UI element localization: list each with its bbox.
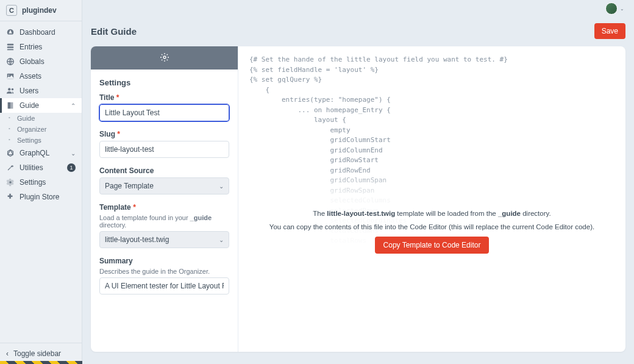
chevron-up-icon: ⌃ (71, 102, 76, 109)
sidebar-nav: Dashboard Entries Globals Assets Users G… (0, 21, 82, 343)
settings-icon (6, 178, 15, 187)
nav-label: Globals (20, 57, 45, 66)
assets-icon (6, 72, 15, 80)
template-help: Load a template found in your _guide dir… (99, 214, 229, 229)
editor-panel: {# Set the hande of the little layout fi… (238, 46, 625, 352)
nav-label: Settings (20, 178, 46, 187)
nav-guide-sub-guide[interactable]: Guide (0, 113, 82, 124)
settings-form: Settings Title * Slug * Content Source P… (91, 70, 238, 312)
utilities-badge: 1 (67, 163, 76, 172)
nav-guide[interactable]: Guide ⌃ (0, 98, 82, 113)
svg-point-5 (9, 74, 10, 76)
content-source-value: Page Template (105, 182, 154, 190)
nav-label: Assets (20, 72, 41, 80)
nav-label: Users (20, 87, 38, 95)
user-avatar[interactable] (605, 2, 618, 15)
summary-input[interactable] (99, 277, 229, 294)
summary-help: Describes the guide in the Organizer. (99, 268, 229, 275)
main-area: Edit Guide Save Settings Title * Slug * (82, 17, 634, 364)
guide-icon (6, 101, 15, 110)
top-header: ⌄ (82, 0, 634, 17)
content-source-label: Content Source (99, 166, 229, 175)
field-title: Title * (99, 93, 229, 121)
nav-guide-sub-settings[interactable]: Settings (0, 135, 82, 146)
nav-entries[interactable]: Entries (0, 40, 82, 54)
content-card: Settings Title * Slug * Content Source P… (91, 46, 625, 352)
field-slug: Slug * (99, 130, 229, 158)
brand-logo[interactable]: C (6, 5, 17, 16)
field-summary: Summary Describes the guide in the Organ… (99, 257, 229, 294)
gear-icon (160, 52, 169, 64)
page-header: Edit Guide Save (91, 23, 625, 46)
nav-label: Guide (20, 101, 39, 110)
dashboard-icon (6, 28, 15, 37)
svg-point-8 (163, 56, 166, 59)
nav-label: GraphQL (20, 149, 49, 157)
utilities-icon (6, 163, 15, 172)
title-input[interactable] (99, 104, 229, 121)
svg-point-6 (8, 88, 10, 90)
content-source-select[interactable]: Page Template ⌄ (99, 177, 229, 194)
save-button[interactable]: Save (594, 23, 625, 39)
chevron-left-icon: ‹ (6, 349, 9, 358)
field-template: Template * Load a template found in your… (99, 203, 229, 248)
nav-label: Plugin Store (20, 193, 59, 201)
toggle-sidebar-label: Toggle sidebar (13, 349, 61, 358)
slug-label: Slug * (99, 130, 229, 138)
template-value: little-layout-test.twig (105, 235, 169, 244)
nav-label: Dashboard (20, 28, 55, 37)
copy-template-button[interactable]: Copy Template to Code Editor (375, 237, 490, 254)
chevron-down-icon: ⌄ (219, 183, 224, 190)
template-overlay: The little-layout-test.twig template wil… (238, 168, 625, 266)
nav-assets[interactable]: Assets (0, 69, 82, 84)
svg-point-7 (12, 88, 14, 91)
nav-dashboard[interactable]: Dashboard (0, 25, 82, 40)
sidebar-header: C plugindev (0, 0, 82, 21)
template-select[interactable]: little-layout-test.twig ⌄ (99, 231, 229, 248)
template-label: Template * (99, 203, 229, 212)
settings-heading: Settings (99, 78, 229, 87)
graphql-icon (6, 149, 15, 157)
overlay-line2: You can copy the contents of this file i… (269, 223, 594, 230)
nav-plugin-store[interactable]: Plugin Store (0, 190, 82, 204)
summary-label: Summary (99, 257, 229, 265)
nav-globals[interactable]: Globals (0, 54, 82, 69)
globals-icon (6, 57, 15, 66)
title-label: Title * (99, 93, 229, 102)
nav-label: Utilities (20, 163, 43, 172)
chevron-down-icon: ⌄ (620, 6, 624, 12)
overlay-line1: The little-layout-test.twig template wil… (313, 210, 550, 217)
page-title: Edit Guide (91, 26, 137, 37)
dev-mode-strip (0, 361, 82, 364)
entries-icon (6, 43, 15, 51)
nav-users[interactable]: Users (0, 84, 82, 98)
field-content-source: Content Source Page Template ⌄ (99, 166, 229, 194)
nav-label: Entries (20, 43, 42, 51)
nav-utilities[interactable]: Utilities 1 (0, 160, 82, 175)
nav-guide-sub-organizer[interactable]: Organizer (0, 124, 82, 135)
users-icon (6, 87, 15, 95)
sidebar: C plugindev Dashboard Entries Globals As… (0, 0, 82, 364)
nav-graphql[interactable]: GraphQL ⌄ (0, 146, 82, 160)
brand-name[interactable]: plugindev (22, 6, 57, 15)
settings-panel: Settings Title * Slug * Content Source P… (91, 46, 238, 352)
chevron-down-icon: ⌄ (219, 237, 224, 243)
slug-input[interactable] (99, 141, 229, 158)
svg-rect-1 (7, 46, 14, 48)
plugin-icon (6, 193, 15, 201)
nav-settings[interactable]: Settings (0, 175, 82, 190)
svg-rect-2 (7, 49, 14, 51)
settings-tab-button[interactable] (91, 46, 238, 70)
svg-rect-0 (7, 44, 14, 46)
chevron-down-icon: ⌄ (71, 150, 76, 157)
